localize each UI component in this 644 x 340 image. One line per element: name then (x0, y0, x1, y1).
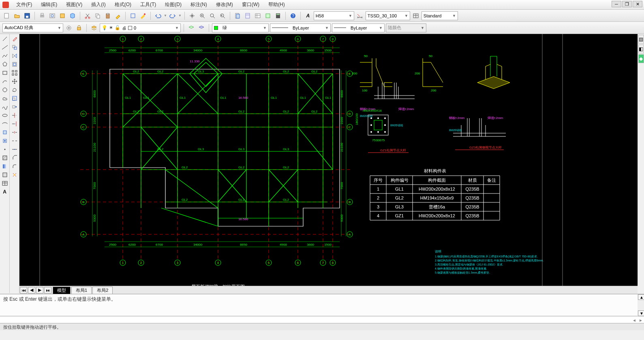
tray-button-1[interactable]: ▤ (638, 35, 644, 44)
cmd-scroll-up[interactable]: ▴ (638, 294, 644, 300)
markup-button[interactable] (263, 11, 272, 20)
cmd-scroll-left[interactable]: ◂ (631, 317, 638, 323)
window-close-button[interactable]: ✕ (633, 1, 642, 7)
menu-window[interactable]: 窗口(W) (239, 0, 263, 9)
workspace-settings-button[interactable] (64, 23, 73, 32)
zoom-previous-button[interactable] (218, 11, 227, 20)
layer-select[interactable]: 💡 ☀ 🔓 🖨 0▼ (100, 23, 181, 32)
dimstyle-icon[interactable] (355, 11, 364, 20)
tab-prev-button[interactable]: ◀ (28, 287, 35, 293)
textstyle-icon[interactable]: A (304, 11, 312, 20)
workspace-select[interactable]: AutoCAD 经典▼ (2, 23, 63, 32)
command-input[interactable] (0, 317, 631, 323)
window-restore-button[interactable]: ❐ (622, 1, 632, 7)
spline-button[interactable] (1, 103, 9, 111)
menu-insert[interactable]: 插入(I) (88, 0, 109, 9)
ellipse-button[interactable] (1, 111, 9, 119)
gradient-button[interactable] (1, 162, 9, 170)
tray-button-3[interactable]: ◆ (638, 54, 644, 63)
make-block-button[interactable] (1, 137, 9, 145)
tray-button-2[interactable]: ◧ (638, 45, 644, 53)
menu-view[interactable]: 视图(V) (63, 0, 86, 9)
textstyle-select[interactable]: H58▼ (314, 11, 354, 20)
tablestyle-select[interactable]: Standard▼ (421, 11, 458, 20)
layer-state-button[interactable] (197, 23, 206, 32)
circle-button[interactable] (1, 86, 9, 94)
save-button[interactable] (23, 11, 32, 20)
extend-button[interactable] (11, 120, 19, 128)
move-button[interactable] (11, 77, 19, 85)
region-button[interactable] (1, 171, 9, 179)
tab-layout1[interactable]: 布局1 (71, 287, 92, 294)
copy-button[interactable] (93, 11, 102, 20)
window-minimize-button[interactable]: ─ (612, 1, 621, 7)
trim-button[interactable] (11, 111, 19, 119)
properties-button[interactable] (139, 11, 148, 20)
open-button[interactable] (13, 11, 21, 20)
menu-draw[interactable]: 绘图(D) (162, 0, 185, 9)
tab-last-button[interactable]: ⏭ (44, 287, 51, 293)
rotate-button[interactable] (11, 86, 19, 94)
copy-obj-button[interactable] (11, 43, 19, 51)
zoom-realtime-button[interactable] (198, 11, 207, 20)
quickcalc-button[interactable] (274, 11, 282, 20)
revcloud-button[interactable] (1, 94, 9, 102)
menu-file[interactable]: 文件(F) (13, 0, 35, 9)
zoom-window-button[interactable] (208, 11, 217, 20)
tablestyle-icon[interactable] (411, 11, 420, 20)
break-button[interactable] (11, 137, 19, 145)
cmd-scroll-down[interactable]: ▾ (638, 310, 644, 316)
table-button[interactable] (1, 179, 9, 187)
dbconnect-button[interactable] (253, 11, 262, 20)
print-button[interactable] (38, 11, 47, 20)
menu-annotate[interactable]: 标注(N) (187, 0, 210, 9)
block-editor-button[interactable] (128, 11, 137, 20)
lineweight-select[interactable]: ByLayer▼ (332, 23, 385, 32)
layer-manager-button[interactable] (90, 23, 98, 32)
arc-button[interactable] (1, 77, 9, 85)
line-button[interactable] (1, 35, 9, 43)
stretch-button[interactable] (11, 103, 19, 111)
redo-button[interactable] (168, 11, 177, 20)
array-button[interactable] (11, 69, 19, 77)
xline-button[interactable] (1, 43, 9, 51)
pan-button[interactable] (188, 11, 197, 20)
menu-tools[interactable]: 工具(T) (137, 0, 159, 9)
new-button[interactable] (2, 11, 11, 20)
tab-first-button[interactable]: ⏮ (20, 287, 27, 293)
undo-button[interactable] (154, 11, 163, 20)
mtext-button[interactable]: A (1, 188, 9, 196)
pline-button[interactable] (1, 52, 9, 60)
explode-button[interactable] (11, 171, 19, 179)
menu-edit[interactable]: 编辑(E) (38, 0, 60, 9)
polygon-button[interactable] (1, 60, 9, 68)
command-line[interactable]: ◂ ▸ (0, 316, 644, 323)
tool-palettes-button[interactable] (243, 11, 252, 20)
offset-button[interactable] (11, 60, 19, 68)
cmd-scroll-right[interactable]: ▸ (638, 317, 644, 323)
insert-block-button[interactable] (1, 128, 9, 136)
join-button[interactable] (11, 145, 19, 153)
plot-preview-button[interactable] (48, 11, 57, 20)
plotstyle-select[interactable]: 随颜色▼ (386, 23, 426, 32)
tab-model[interactable]: 模型 (53, 287, 71, 294)
drawing-canvas[interactable]: 1234567812345678EDCBA6600220021100700053… (19, 34, 638, 286)
menu-modify[interactable]: 修改(M) (213, 0, 236, 9)
menu-help[interactable]: 帮助(H) (265, 0, 288, 9)
tab-next-button[interactable]: ▶ (36, 287, 43, 293)
scale-button[interactable] (11, 94, 19, 102)
chamfer-button[interactable] (11, 154, 19, 162)
erase-button[interactable] (11, 35, 19, 43)
tab-layout2[interactable]: 布局2 (92, 287, 113, 294)
publish-button[interactable] (58, 11, 67, 20)
3ddwf-button[interactable] (68, 11, 77, 20)
dimstyle-select[interactable]: TSSD_30_100▼ (366, 11, 410, 20)
hatch-button[interactable] (1, 154, 9, 162)
ellipse-arc-button[interactable] (1, 120, 9, 128)
sheet-set-button[interactable] (233, 11, 242, 20)
workspace-lock-button[interactable] (75, 23, 83, 32)
rectangle-button[interactable] (1, 69, 9, 77)
cut-button[interactable] (83, 11, 92, 20)
layer-previous-button[interactable] (187, 23, 196, 32)
break-at-button[interactable] (11, 128, 19, 136)
